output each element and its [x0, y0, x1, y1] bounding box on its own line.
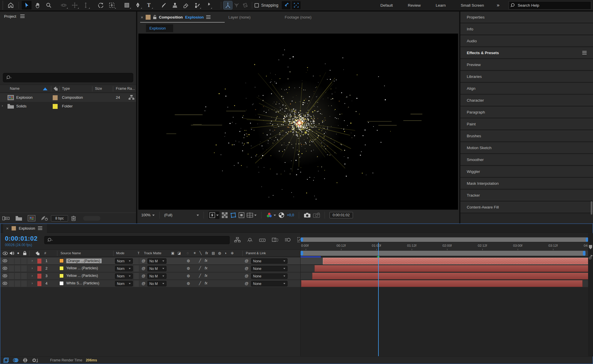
layer-visibility-eye-icon[interactable] — [3, 282, 7, 285]
preserve-transparency-cell[interactable] — [134, 266, 139, 272]
blend-mode-dropdown[interactable]: Norn — [115, 273, 133, 279]
close-tab-icon[interactable]: × — [141, 15, 143, 20]
parent-pick-whip-icon[interactable]: @ — [245, 281, 248, 286]
help-search-box[interactable] — [509, 1, 591, 10]
hand-tool-icon[interactable] — [33, 1, 43, 10]
panel-menu-icon[interactable] — [38, 226, 42, 231]
layer-solo-cell[interactable] — [15, 281, 21, 287]
layer-solo-cell[interactable] — [15, 266, 21, 272]
panel-tab-properties[interactable]: Properties — [460, 12, 593, 23]
column-frame-rate[interactable]: Frame Ra... — [116, 87, 135, 91]
brush-tool-icon[interactable] — [159, 1, 169, 10]
matte-pick-whip-icon[interactable]: @ — [142, 259, 145, 263]
resolution-dropdown[interactable]: (Full) — [164, 213, 199, 217]
layer-label-chip[interactable] — [37, 266, 41, 271]
layer-lane[interactable] — [301, 257, 588, 265]
layer-row[interactable]: › 4 White S... (Particles) Norn @ No M ◍… — [0, 280, 300, 287]
preserve-transparency-cell[interactable] — [134, 258, 139, 264]
work-area-bar[interactable] — [301, 250, 588, 256]
rectangle-tool-icon[interactable] — [122, 1, 132, 10]
expand-chevron-icon[interactable]: › — [2, 104, 3, 108]
rotation-tool-icon[interactable] — [96, 1, 106, 10]
snap-edges-icon[interactable] — [282, 1, 290, 9]
layer-label-chip[interactable] — [37, 274, 41, 279]
layer-color-swatch[interactable] — [59, 274, 64, 278]
composition-viewport[interactable] — [138, 34, 458, 210]
layer-lock-cell[interactable] — [21, 273, 27, 279]
world-axis-mode-icon[interactable] — [232, 1, 241, 9]
panel-tab-audio[interactable]: Audio — [460, 35, 593, 47]
layer-solo-cell[interactable] — [15, 258, 21, 264]
layer-lane[interactable] — [301, 265, 588, 272]
label-color-chip[interactable] — [53, 95, 58, 100]
effect-column-icon[interactable]: ☀ — [193, 251, 196, 255]
panel-tab-mask-interpolation[interactable]: Mask Interpolation — [460, 178, 593, 190]
panel-tab-motion-sketch[interactable]: Motion Sketch — [460, 142, 593, 154]
layer-row[interactable]: › 2 Yellow ... (Particles) Norn @ No M ◍… — [0, 265, 300, 272]
blend-mode-dropdown[interactable]: Norn — [115, 281, 133, 286]
workspace-learn[interactable]: Learn — [428, 3, 453, 8]
snail-icon[interactable] — [32, 358, 39, 363]
type-tool-icon[interactable]: T — [144, 1, 154, 10]
matte-pick-whip-icon[interactable]: @ — [142, 266, 145, 270]
quality-switch-icon[interactable]: ╱ — [199, 266, 201, 270]
parent-dropdown[interactable]: None — [251, 258, 288, 264]
adjustment-layer-column-icon[interactable]: ◑ — [224, 251, 226, 255]
trash-icon[interactable] — [71, 215, 76, 221]
parent-dropdown[interactable]: None — [251, 281, 288, 286]
parent-pick-whip-icon[interactable]: @ — [245, 266, 248, 270]
panel-tab-libraries[interactable]: Libraries — [460, 71, 593, 83]
panel-tab-paint[interactable]: Paint — [460, 118, 593, 130]
mask-visibility-icon[interactable] — [230, 212, 236, 218]
layer-row[interactable]: › 1 Orange ...(Particles) Norn @ No M ◍ … — [0, 257, 300, 265]
track-matte-dropdown[interactable]: No M — [147, 273, 166, 279]
panel-tab-info[interactable]: Info — [460, 23, 593, 35]
workspace-default[interactable]: Default — [373, 3, 400, 8]
local-axis-mode-icon[interactable] — [224, 1, 232, 9]
motion-blur-switch-icon[interactable]: ◍ — [187, 266, 190, 270]
shy-column-icon[interactable]: ▣ — [171, 251, 174, 255]
fx-switch-icon[interactable]: fx — [205, 259, 207, 263]
parent-pick-whip-icon[interactable]: @ — [245, 274, 248, 278]
magnification-dropdown[interactable]: 100% — [141, 213, 155, 217]
live-update-icon[interactable] — [3, 357, 9, 363]
panel-tab-preview[interactable]: Preview — [460, 59, 593, 71]
parent-dropdown[interactable]: None — [251, 266, 288, 271]
bit-depth-button[interactable]: 8 bpc — [51, 215, 68, 222]
track-matte-dropdown[interactable]: No M — [147, 281, 166, 286]
show-snapshot-icon[interactable] — [313, 213, 320, 218]
preserve-transparency-cell[interactable] — [134, 273, 139, 279]
right-scrollbar-thumb[interactable] — [591, 201, 592, 215]
layer-expand-chevron-icon[interactable]: › — [32, 274, 33, 278]
snapping-checkbox[interactable] — [255, 3, 259, 8]
fast-preview-icon[interactable] — [208, 211, 219, 219]
fx-switch-icon[interactable]: fx — [205, 274, 207, 278]
layer-label-chip[interactable] — [37, 259, 41, 264]
preserve-transparency-cell[interactable] — [134, 281, 139, 287]
column-parent-link[interactable]: Parent & Link — [246, 251, 266, 255]
exposure-icon[interactable] — [278, 212, 285, 218]
orbit-camera-tool-icon[interactable] — [59, 1, 69, 10]
workspace-overflow-chevrons[interactable]: » — [492, 2, 505, 8]
zoom-tool-icon[interactable] — [44, 1, 54, 10]
sampling-column-icon[interactable]: ╲ — [200, 251, 202, 255]
column-mode[interactable]: Mode — [116, 251, 125, 255]
transparency-grid-icon[interactable] — [222, 212, 228, 218]
column-type[interactable]: Type — [62, 87, 70, 91]
panel-tab-wiggler[interactable]: Wiggler — [460, 166, 593, 178]
motion-blur-switch-icon[interactable]: ◍ — [187, 259, 190, 263]
grid-guides-icon[interactable] — [247, 212, 257, 218]
matte-pick-whip-icon[interactable]: @ — [142, 274, 145, 278]
panel-tab-content-aware-fill[interactable]: Content-Aware Fill — [460, 202, 593, 213]
collapse-transformations-column-icon[interactable]: ◪ — [177, 251, 181, 255]
new-composition-icon[interactable] — [28, 215, 35, 221]
viewer-target-tab[interactable]: Explosion — [146, 24, 173, 32]
panel-menu-icon[interactable] — [20, 14, 25, 19]
dolly-camera-tool-icon[interactable] — [81, 1, 91, 10]
fx-switch-icon[interactable]: fx — [205, 266, 207, 270]
layer-visibility-eye-icon[interactable] — [3, 267, 7, 270]
layer-expand-chevron-icon[interactable]: › — [32, 259, 33, 263]
panel-tab-paragraph[interactable]: Paragraph — [460, 107, 593, 118]
panel-tab-align[interactable]: Align — [460, 83, 593, 95]
layer-audio-cell[interactable] — [8, 273, 14, 279]
